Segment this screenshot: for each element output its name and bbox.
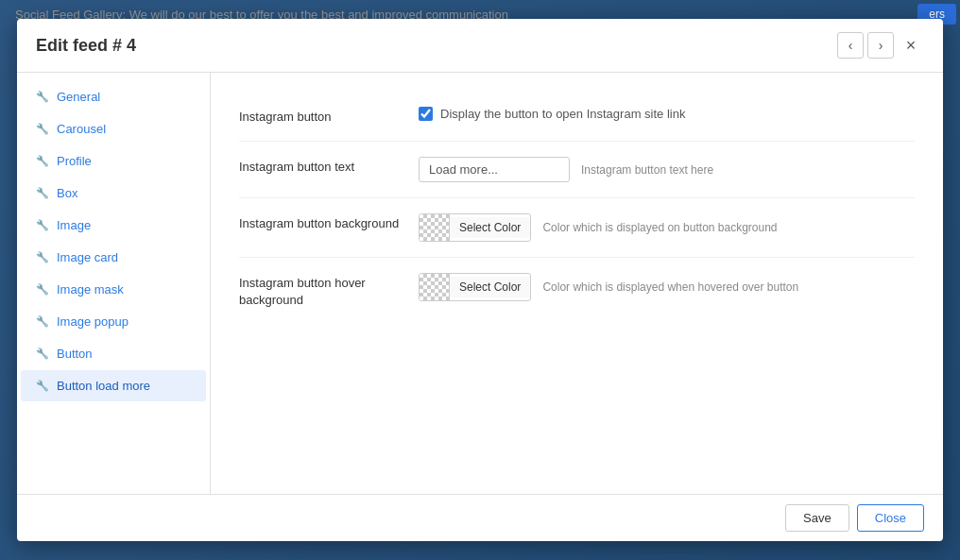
color-picker-background-label: Select Color (450, 217, 530, 238)
sidebar-item-label-carousel: Carousel (57, 122, 106, 136)
form-row-instagram-button-text: Instagram button text Instagram button t… (239, 142, 915, 198)
sidebar-item-image-card[interactable]: 🔧 Image card (21, 242, 206, 273)
checkbox-wrapper: Display the button to open Instagram sit… (419, 107, 685, 121)
form-row-instagram-button: Instagram button Display the button to o… (239, 92, 915, 142)
wrench-icon: 🔧 (36, 91, 49, 103)
label-instagram-button: Instagram button (239, 107, 400, 126)
close-button[interactable]: Close (857, 504, 924, 532)
color-picker-hover-label: Select Color (450, 277, 530, 297)
sidebar-item-image[interactable]: 🔧 Image (21, 210, 206, 241)
sidebar-item-button-load-more[interactable]: 🔧 Button load more (21, 370, 206, 401)
sidebar-item-label-general: General (57, 90, 100, 104)
sidebar-item-profile[interactable]: 🔧 Profile (21, 145, 206, 177)
sidebar-item-label-button: Button (57, 347, 93, 361)
sidebar: 🔧 General 🔧 Carousel 🔧 Profile 🔧 Box 🔧 I… (17, 73, 211, 494)
sidebar-item-general[interactable]: 🔧 General (21, 81, 206, 112)
nav-prev-button[interactable]: ‹ (837, 32, 864, 59)
color-swatch-background (420, 214, 450, 241)
modal-header: Edit feed # 4 ‹ › × (17, 19, 943, 73)
nav-next-button[interactable]: › (867, 32, 894, 59)
label-instagram-button-text: Instagram button text (239, 157, 400, 176)
modal-footer: Save Close (17, 494, 943, 541)
modal-title: Edit feed # 4 (36, 36, 136, 56)
wrench-icon: 🔧 (36, 251, 49, 263)
sidebar-item-button[interactable]: 🔧 Button (21, 338, 206, 369)
color-picker-background-button[interactable]: Select Color (419, 213, 531, 242)
color-picker-hover-button[interactable]: Select Color (419, 273, 531, 301)
color-swatch-hover (420, 274, 450, 300)
save-button[interactable]: Save (785, 504, 849, 532)
sidebar-item-carousel[interactable]: 🔧 Carousel (21, 113, 206, 144)
control-instagram-button-background: Select Color Color which is displayed on… (419, 213, 915, 242)
control-instagram-button-hover-background: Select Color Color which is displayed wh… (419, 273, 915, 301)
modal-navigation: ‹ › × (837, 32, 924, 59)
modal-body: 🔧 General 🔧 Carousel 🔧 Profile 🔧 Box 🔧 I… (17, 73, 943, 494)
sidebar-item-box[interactable]: 🔧 Box (21, 178, 206, 209)
instagram-button-checkbox[interactable] (419, 107, 433, 121)
instagram-button-text-input[interactable] (419, 157, 570, 182)
form-row-instagram-button-background: Instagram button background Select Color… (239, 198, 915, 258)
wrench-icon: 🔧 (36, 348, 49, 360)
wrench-icon: 🔧 (36, 283, 49, 296)
control-instagram-button-text: Instagram button text here (419, 157, 915, 182)
content-area: Instagram button Display the button to o… (211, 73, 943, 494)
wrench-icon: 🔧 (36, 155, 49, 167)
instagram-button-hover-background-hint: Color which is displayed when hovered ov… (542, 280, 798, 294)
instagram-button-background-hint: Color which is displayed on button backg… (542, 221, 777, 234)
sidebar-item-label-button-load-more: Button load more (57, 379, 150, 393)
wrench-icon: 🔧 (36, 187, 49, 199)
sidebar-item-label-image-card: Image card (57, 250, 118, 264)
sidebar-item-label-image: Image (57, 218, 91, 232)
sidebar-item-label-image-mask: Image mask (57, 282, 124, 297)
wrench-icon: 🔧 (36, 219, 49, 231)
sidebar-item-label-profile: Profile (57, 154, 92, 168)
wrench-icon: 🔧 (36, 380, 49, 392)
modal: Edit feed # 4 ‹ › × 🔧 General 🔧 Carousel… (17, 19, 943, 541)
sidebar-item-image-popup[interactable]: 🔧 Image popup (21, 306, 206, 337)
wrench-icon: 🔧 (36, 123, 49, 135)
label-instagram-button-background: Instagram button background (239, 213, 400, 232)
label-instagram-button-hover-background: Instagram button hover background (239, 273, 400, 309)
sidebar-item-label-image-popup: Image popup (57, 314, 129, 329)
sidebar-item-label-box: Box (57, 186, 77, 200)
control-instagram-button: Display the button to open Instagram sit… (419, 107, 915, 121)
form-row-instagram-button-hover-background: Instagram button hover background Select… (239, 258, 915, 324)
instagram-button-checkbox-label: Display the button to open Instagram sit… (440, 107, 685, 121)
modal-close-x-button[interactable]: × (898, 32, 924, 59)
sidebar-item-image-mask[interactable]: 🔧 Image mask (21, 274, 206, 305)
wrench-icon: 🔧 (36, 315, 49, 328)
instagram-button-text-hint: Instagram button text here (581, 163, 713, 177)
